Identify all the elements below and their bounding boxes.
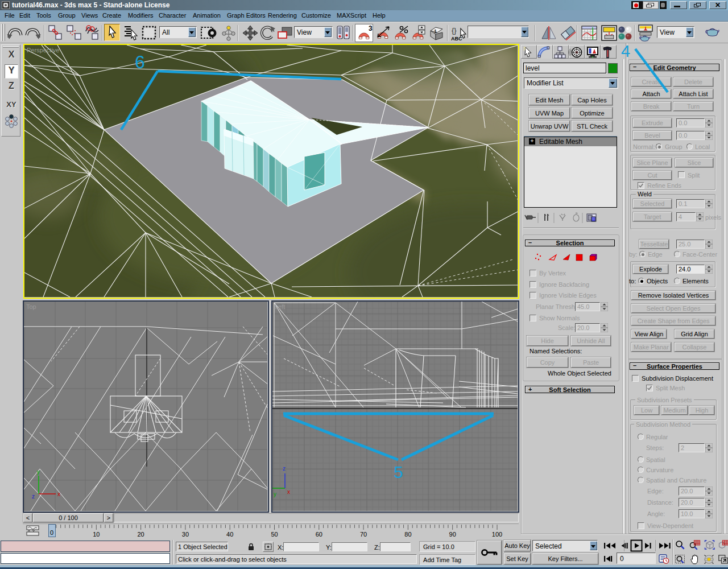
svg-text:50: 50: [271, 531, 278, 538]
svg-text:10: 10: [93, 531, 100, 538]
svg-text:3: 3: [369, 24, 373, 32]
svg-text:y: y: [37, 469, 40, 475]
svg-text:20: 20: [137, 531, 144, 538]
svg-text:z: z: [32, 493, 35, 500]
svg-text:ABC: ABC: [451, 36, 462, 42]
svg-text:x: x: [57, 491, 60, 497]
svg-text:30: 30: [182, 531, 189, 538]
svg-text:4: 4: [621, 43, 630, 60]
svg-text:6: 6: [135, 52, 145, 72]
svg-text:{}: {}: [452, 26, 457, 35]
svg-text:90: 90: [449, 531, 456, 538]
svg-text:60: 60: [316, 531, 322, 538]
svg-text:100: 100: [492, 531, 502, 538]
svg-text:Top: Top: [26, 303, 36, 310]
svg-text:40: 40: [226, 531, 233, 538]
svg-text:70: 70: [360, 531, 367, 538]
svg-text:80: 80: [404, 531, 411, 538]
svg-text:5: 5: [394, 463, 403, 481]
svg-text:1: 1: [434, 28, 437, 34]
